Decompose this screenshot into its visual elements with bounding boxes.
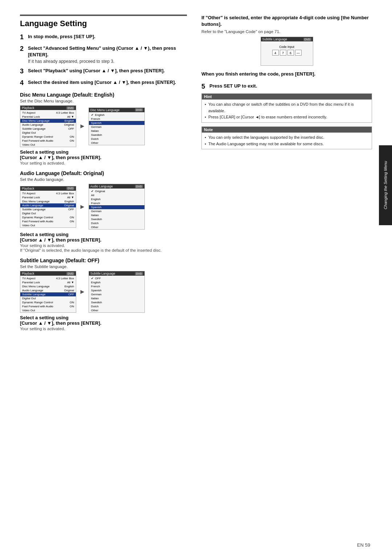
arrow-icon-subtitle: ►	[79, 288, 86, 296]
step-2: 2 Select "Advanced Setting Menu" using (…	[20, 45, 187, 64]
disc-menu-row-1: Parental LockAll ▼	[20, 115, 76, 119]
audio-screen1-header: Playback DVD	[20, 186, 76, 191]
audio-language-heading: Audio Language (Default: Original)	[20, 170, 187, 176]
finish-enter-title: When you finish entering the code, press…	[201, 71, 372, 77]
audio-screen1: Playback DVD TV Aspect4:3 Letter Box Par…	[20, 186, 76, 228]
other-title: If "Other" is selected, enter the approp…	[201, 15, 372, 28]
step-1-num: 1	[20, 33, 26, 41]
note-bullet-0: You can only select the languages suppor…	[205, 134, 369, 141]
hint-box: Hint You can also change or switch off t…	[201, 93, 372, 123]
disc-menu-row-4: Subtitle LanguageOFF	[20, 127, 76, 131]
other-selected-block: If "Other" is selected, enter the approp…	[201, 15, 372, 66]
audio-screen2-header: Audio Language DVD	[89, 184, 144, 189]
disc-menu-row-8: Video Out	[20, 143, 76, 147]
select-setting-2-sub2: If "Original" is selected, the audio lan…	[20, 248, 187, 252]
select-setting-3-sub1: Your setting is activated.	[20, 327, 187, 331]
disc-menu-screens: Playback DVD TV Aspect4:3 Letter Box Par…	[20, 105, 187, 147]
note-list: You can only select the languages suppor…	[205, 134, 369, 147]
right-column: If "Other" is selected, enter the approp…	[198, 15, 372, 540]
step-3-num: 3	[20, 68, 26, 76]
step-3: 3 Select "Playback" using [Cursor ▲ / ▼]…	[20, 68, 187, 76]
note-bullet-1: The Audio Language setting may not be av…	[205, 141, 369, 147]
note-box: Note You can only select the languages s…	[201, 126, 372, 149]
hint-bullet-0: You can also change or switch off the su…	[205, 101, 369, 114]
note-content: You can only select the languages suppor…	[202, 133, 372, 149]
code-digit-2: 6	[287, 50, 294, 56]
audio-language-desc: Set the Audio language.	[20, 177, 187, 182]
step-2-num: 2	[20, 45, 26, 58]
disc-list-1: French	[89, 117, 144, 121]
side-tab: Changing the Setting Menu	[379, 145, 392, 225]
disc-menu-screen1-header: Playback DVD	[20, 106, 76, 110]
step-4: 4 Select the desired item using [Cursor …	[20, 79, 187, 87]
step-1-text: In stop mode, press [SET UP].	[28, 33, 95, 41]
code-digits-row: 4 7 6 —	[263, 50, 311, 56]
step-4-text: Select the desired item using [Cursor ▲ …	[28, 79, 176, 87]
step-5-block: 5 Press SET UP to exit.	[201, 83, 372, 91]
disc-menu-screen2-badge: DVD	[135, 108, 143, 112]
hint-header: Hint	[202, 94, 372, 100]
subtitle-screen2: Subtitle Language DVD ✔OFF English Frenc…	[89, 271, 145, 313]
finish-enter-block: When you finish entering the code, press…	[201, 71, 372, 77]
note-header: Note	[202, 127, 372, 133]
disc-menu-row-5: Digital Out	[20, 131, 76, 135]
disc-list-4: Italian	[89, 129, 144, 133]
code-digit-1: 7	[280, 50, 286, 56]
subtitle-code-screen: Subtitle Language DVD Code Input 4 7 6 —	[261, 37, 313, 66]
disc-menu-screen2-title: Disc Menu Language	[90, 108, 119, 112]
subtitle-language-heading: Subtitle Language (Default: OFF)	[20, 258, 187, 263]
disc-menu-desc: Set the Disc Menu language.	[20, 99, 187, 103]
subtitle-language-screens: Playback DVD TV Aspect4:3 Letter Box Par…	[20, 271, 187, 313]
page-container: Changing the Setting Menu Language Setti…	[0, 0, 392, 555]
left-column: Language Setting 1 In stop mode, press […	[20, 15, 187, 540]
disc-list-6: Dutch	[89, 137, 144, 141]
step-5-text: Press SET UP to exit.	[209, 83, 257, 91]
select-setting-3-title: Select a setting using[Cursor ▲ / ▼], th…	[20, 315, 187, 326]
hint-list: You can also change or switch off the su…	[205, 101, 369, 121]
disc-menu-screen1-title: Playback	[22, 106, 34, 110]
disc-menu-screen2-header: Disc Menu Language DVD	[89, 108, 144, 112]
select-setting-1-title: Select a setting using[Cursor ▲ / ▼], th…	[20, 149, 187, 160]
step-4-num: 4	[20, 79, 26, 87]
code-digit-0: 4	[272, 50, 279, 56]
step-1: 1 In stop mode, press [SET UP].	[20, 33, 187, 41]
code-input-label: Code Input	[263, 45, 311, 49]
disc-menu-screen1-badge: DVD	[66, 106, 74, 110]
arrow-icon-audio: ►	[79, 203, 86, 211]
disc-menu-heading: Disc Menu Language (Default: English)	[20, 92, 187, 98]
arrow-icon-disc: ►	[79, 122, 86, 130]
step-2-text: Select "Advanced Setting Menu" using (Cu…	[28, 45, 187, 58]
select-setting-1-sub: Your setting is activated.	[20, 161, 187, 165]
audio-screen2: Audio Language DVD ✔Original All English…	[89, 184, 145, 230]
title-bar	[20, 15, 187, 16]
page-title: Language Setting	[20, 19, 187, 28]
disc-list-0: ✔English	[89, 113, 144, 117]
disc-menu-row-2-highlight: Disc Menu LanguageEnglish	[20, 119, 76, 123]
disc-menu-screen2: Disc Menu Language DVD ✔English French S…	[89, 108, 145, 145]
subtitle-language-desc: Set the Subtitle language.	[20, 264, 187, 269]
step-2-sub: If it has already appeared, proceed to s…	[28, 59, 187, 64]
disc-list-7: Other	[89, 141, 144, 145]
disc-menu-screen1: Playback DVD TV Aspect4:3 Letter Box Par…	[20, 105, 76, 147]
audio-language-screens: Playback DVD TV Aspect4:3 Letter Box Par…	[20, 184, 187, 230]
hint-content: You can also change or switch off the su…	[202, 100, 372, 122]
disc-menu-row-7: Fast Forward with AudioON	[20, 139, 76, 143]
side-tab-label: Changing the Setting Menu	[383, 161, 388, 209]
select-setting-block-2: Select a setting using[Cursor ▲ / ▼], th…	[20, 232, 187, 252]
disc-menu-row-6: Dynamic Range ControlON	[20, 135, 76, 139]
disc-list-3: German	[89, 125, 144, 129]
disc-list-5: Swedish	[89, 133, 144, 137]
hint-bullet-1: Press [CLEAR] or [Cursor ◄] to erase num…	[205, 114, 369, 121]
subtitle-screen1: Playback DVD TV Aspect4:3 Letter Box Par…	[20, 271, 76, 313]
step-3-text: Select "Playback" using [Cursor ▲ / ▼], …	[28, 68, 165, 76]
select-setting-block-3: Select a setting using[Cursor ▲ / ▼], th…	[20, 315, 187, 331]
main-content: Language Setting 1 In stop mode, press […	[0, 0, 392, 555]
select-setting-2-sub1: Your setting is activated.	[20, 243, 187, 248]
disc-menu-row-3: Audio LanguageOriginal	[20, 123, 76, 127]
page-footer: EN 59	[357, 542, 370, 548]
disc-list-2-highlight: Spanish	[89, 121, 144, 125]
disc-menu-row-0: TV Aspect4:3 Letter Box	[20, 111, 76, 115]
step-5-num: 5	[201, 83, 207, 91]
code-digit-3: —	[295, 50, 302, 56]
select-setting-2-title: Select a setting using[Cursor ▲ / ▼], th…	[20, 232, 187, 243]
